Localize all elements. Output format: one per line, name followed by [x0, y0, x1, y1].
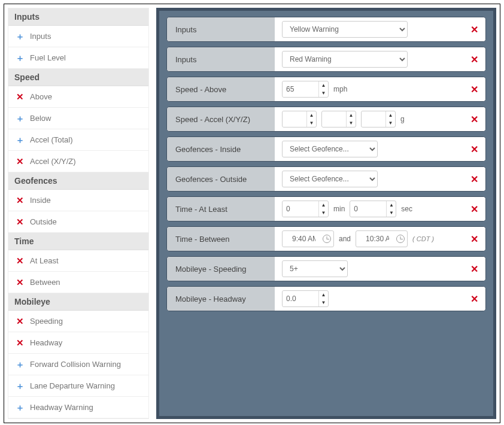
speeding-select[interactable]: 5+ — [282, 260, 348, 277]
sidebar-item[interactable]: ＋Lane Departure Warning — [8, 375, 148, 397]
clock-icon[interactable] — [396, 235, 405, 243]
row-label: Geofences - Outside — [167, 167, 275, 191]
inputs-select[interactable]: Yellow Warning — [282, 21, 408, 38]
geofence-select[interactable]: Select Geofence... — [282, 141, 378, 157]
remove-icon[interactable]: ✕ — [470, 233, 478, 245]
seconds-field[interactable] — [350, 201, 386, 217]
sidebar-item[interactable]: ✕Speeding — [8, 311, 148, 332]
row-time-atleast: Time - At Least ▲▼ min ▲▼ sec ✕ — [166, 196, 486, 221]
row-body: 5+ ✕ — [275, 257, 485, 281]
row-body: ▲▼ mph ✕ — [275, 77, 485, 101]
time-from-field[interactable] — [287, 232, 320, 246]
unit-label: mph — [333, 85, 347, 93]
sidebar: Inputs＋Inputs＋Fuel LevelSpeed✕Above＋Belo… — [8, 8, 149, 419]
spinner-buttons[interactable]: ▲▼ — [318, 201, 328, 217]
spinner-buttons[interactable]: ▲▼ — [386, 201, 396, 217]
remove-icon[interactable]: ✕ — [470, 174, 478, 185]
remove-icon[interactable]: ✕ — [470, 144, 478, 155]
accel-x-input[interactable]: ▲▼ — [282, 111, 317, 128]
sidebar-header: Time — [8, 233, 148, 250]
row-body: ▲▼ ▲▼ ▲▼ g ✕ — [275, 107, 485, 131]
accel-z-input[interactable]: ▲▼ — [361, 111, 396, 128]
spinner-buttons[interactable]: ▲▼ — [385, 111, 395, 127]
row-inputs-1: Inputs Yellow Warning ✕ — [166, 17, 486, 42]
remove-icon[interactable]: ✕ — [470, 84, 478, 95]
row-geofence-outside: Geofences - Outside Select Geofence... ✕ — [166, 166, 486, 192]
row-body: Select Geofence... ✕ — [275, 137, 485, 161]
sidebar-item[interactable]: ✕At Least — [8, 250, 148, 272]
time-to-input[interactable] — [356, 230, 408, 247]
x-icon: ✕ — [16, 256, 24, 265]
sidebar-item-label: Above — [30, 92, 52, 101]
clock-icon[interactable] — [323, 235, 331, 243]
sidebar-item[interactable]: ✕Inside — [8, 190, 148, 211]
row-label: Mobileye - Speeding — [167, 257, 275, 281]
row-body: Red Warning ✕ — [275, 47, 485, 71]
spinner-buttons[interactable]: ▲▼ — [306, 111, 316, 127]
sidebar-item[interactable]: ✕Accel (X/Y/Z) — [8, 151, 148, 172]
sidebar-item[interactable]: ＋Below — [8, 108, 148, 129]
sidebar-item-label: Below — [30, 114, 51, 123]
headway-input[interactable]: ▲▼ — [282, 290, 329, 307]
spinner-buttons[interactable]: ▲▼ — [346, 111, 356, 127]
unit-label: g — [400, 115, 405, 123]
remove-icon[interactable]: ✕ — [470, 114, 478, 125]
x-icon: ✕ — [16, 157, 24, 166]
speed-value-field[interactable] — [283, 81, 318, 97]
row-inputs-2: Inputs Red Warning ✕ — [166, 47, 486, 72]
sec-unit: sec — [401, 205, 412, 213]
row-label: Mobileye - Headway — [167, 287, 275, 311]
sidebar-item-label: Between — [30, 278, 60, 287]
row-body: Select Geofence... ✕ — [275, 167, 485, 191]
remove-icon[interactable]: ✕ — [470, 293, 478, 305]
minutes-input[interactable]: ▲▼ — [282, 201, 329, 217]
row-body: and ( CDT ) ✕ — [275, 227, 485, 251]
sidebar-item-label: Fuel Level — [30, 53, 66, 62]
sidebar-item[interactable]: ＋Inputs — [8, 26, 148, 47]
sidebar-item[interactable]: ✕Between — [8, 272, 148, 293]
sidebar-header: Geofences — [8, 172, 148, 190]
seconds-input[interactable]: ▲▼ — [350, 201, 396, 217]
row-label: Speed - Accel (X/Y/Z) — [167, 107, 275, 131]
spinner-buttons[interactable]: ▲▼ — [318, 291, 328, 306]
sidebar-item[interactable]: ＋Forward Collision Warning — [8, 354, 148, 375]
plus-icon: ＋ — [16, 32, 24, 41]
spinner-buttons[interactable]: ▲▼ — [318, 81, 328, 97]
row-label: Speed - Above — [167, 77, 275, 101]
time-from-input[interactable] — [282, 230, 334, 247]
row-speed-accel: Speed - Accel (X/Y/Z) ▲▼ ▲▼ ▲▼ g ✕ — [166, 107, 486, 132]
plus-icon: ＋ — [16, 360, 24, 369]
row-mobileye-headway: Mobileye - Headway ▲▼ ✕ — [166, 286, 486, 311]
accel-y-field[interactable] — [322, 111, 346, 127]
speed-value-input[interactable]: ▲▼ — [282, 81, 329, 98]
timezone-label: ( CDT ) — [412, 235, 434, 242]
inputs-select[interactable]: Red Warning — [282, 51, 408, 68]
sidebar-item[interactable]: ＋Headway Warning — [8, 397, 148, 418]
accel-z-field[interactable] — [362, 111, 385, 127]
plus-icon: ＋ — [16, 403, 24, 412]
sidebar-item-label: Headway — [30, 338, 62, 347]
minutes-field[interactable] — [283, 201, 318, 217]
x-icon: ✕ — [16, 278, 24, 287]
sidebar-item[interactable]: ＋Accel (Total) — [8, 129, 148, 151]
plus-icon: ＋ — [16, 114, 24, 123]
and-label: and — [339, 235, 351, 243]
sidebar-item[interactable]: ✕Outside — [8, 211, 148, 233]
geofence-select[interactable]: Select Geofence... — [282, 171, 378, 187]
sidebar-item-label: Accel (X/Y/Z) — [30, 157, 76, 166]
headway-field[interactable] — [283, 291, 318, 306]
sidebar-item[interactable]: ＋Fuel Level — [8, 47, 148, 69]
row-body: ▲▼ min ▲▼ sec ✕ — [275, 197, 485, 221]
remove-icon[interactable]: ✕ — [470, 204, 478, 215]
remove-icon[interactable]: ✕ — [470, 24, 478, 35]
accel-y-input[interactable]: ▲▼ — [321, 111, 356, 128]
remove-icon[interactable]: ✕ — [470, 54, 478, 65]
sidebar-item[interactable]: ✕Above — [8, 86, 148, 108]
time-to-field[interactable] — [361, 232, 394, 246]
remove-icon[interactable]: ✕ — [470, 263, 478, 275]
accel-x-field[interactable] — [283, 111, 306, 127]
row-speed-above: Speed - Above ▲▼ mph ✕ — [166, 77, 486, 102]
sidebar-item[interactable]: ✕Headway — [8, 332, 148, 354]
row-time-between: Time - Between and ( CDT ) ✕ — [166, 226, 486, 251]
plus-icon: ＋ — [16, 53, 24, 62]
